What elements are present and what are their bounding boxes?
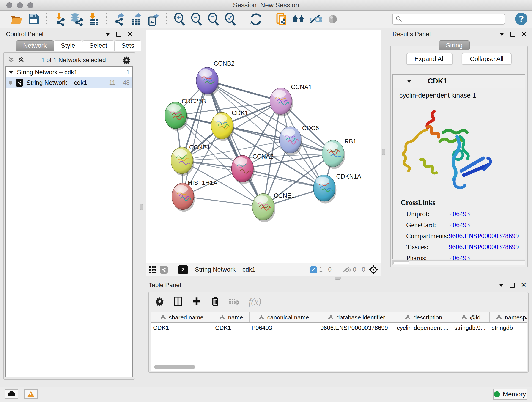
memory-button[interactable]: Memory <box>493 389 527 400</box>
delete-column-icon[interactable] <box>210 296 220 306</box>
network-node-CCNB1[interactable]: CCNB1 <box>171 144 210 176</box>
network-node-CCNE1[interactable]: CCNE1 <box>252 192 295 222</box>
export-network-icon[interactable] <box>112 13 127 26</box>
network-node-CDK1[interactable]: CDK1 <box>211 109 248 141</box>
selected-counts: ✓ 1 - 0 <box>310 266 331 273</box>
gear-icon[interactable] <box>122 56 131 64</box>
tab-network[interactable]: Network <box>16 40 54 51</box>
search-icon <box>395 16 402 22</box>
results-scrollbar[interactable] <box>393 260 525 265</box>
network-collection-row[interactable]: String Network – cdk1 1 <box>6 67 133 77</box>
protein-structure-image <box>400 102 496 194</box>
warnings-button[interactable] <box>24 389 38 399</box>
tab-select[interactable]: Select <box>82 40 114 51</box>
collapse-panel-icon[interactable] <box>499 32 504 36</box>
refresh-layout-icon[interactable] <box>249 13 263 26</box>
left-splitter-grip[interactable] <box>140 204 143 210</box>
node-table[interactable]: shared namenamecanonical namedatabase id… <box>151 312 527 371</box>
network-node-RB1[interactable]: RB1 <box>322 138 356 169</box>
right-splitter-grip[interactable] <box>382 149 385 155</box>
collapse-panel-icon[interactable] <box>499 283 504 287</box>
export-image-icon[interactable] <box>146 13 160 26</box>
crosslink-link[interactable]: P06493 <box>449 210 470 218</box>
tab-style[interactable]: Style <box>54 40 82 51</box>
fit-content-crosshair-icon[interactable] <box>368 265 379 275</box>
network-node-HIST1H1A[interactable]: HIST1H1A <box>172 179 217 212</box>
network-node-CCNB2[interactable]: CCNB2 <box>196 60 234 96</box>
close-panel-icon[interactable]: ✕ <box>127 31 133 38</box>
table-cell[interactable]: CDK1 <box>213 323 249 333</box>
section-collapse-icon[interactable] <box>407 80 412 83</box>
string-protein-query-icon[interactable] <box>275 13 289 26</box>
collapse-panel-icon[interactable] <box>105 32 110 36</box>
table-row[interactable]: CDK1CDK1P064939606.ENSP00000378699cyclin… <box>151 323 526 333</box>
network-node-CDKN1A[interactable]: CDKN1A <box>313 173 361 204</box>
open-session-icon[interactable] <box>10 13 24 26</box>
network-view-icon[interactable] <box>160 266 168 274</box>
close-panel-icon[interactable]: ✕ <box>521 31 527 38</box>
zoom-fit-icon[interactable] <box>206 13 220 26</box>
table-cell[interactable]: P06493 <box>249 323 318 333</box>
control-panel: Control Panel ✕ NetworkStyleSelectSets 1… <box>3 29 136 380</box>
tab-string[interactable]: String <box>439 40 470 51</box>
float-panel-icon[interactable] <box>510 32 515 37</box>
help-button[interactable]: ? <box>515 13 527 25</box>
table-hscrollbar[interactable] <box>154 365 195 369</box>
column-header-namespace[interactable]: namespace <box>489 313 527 322</box>
cloud-status-button[interactable] <box>5 389 18 399</box>
grid-view-icon[interactable] <box>148 266 157 274</box>
column-header-description[interactable]: description <box>394 313 452 322</box>
zoom-window-button[interactable] <box>27 2 33 8</box>
export-table-icon[interactable] <box>129 13 143 26</box>
float-panel-icon[interactable] <box>510 283 515 288</box>
crosslink-link[interactable]: 9606.ENSP00000378699 <box>449 232 519 240</box>
tree-expand-icon[interactable] <box>9 70 14 74</box>
zoom-in-icon[interactable] <box>172 13 186 26</box>
network-row[interactable]: String Network – cdk1 11 48 <box>6 77 133 88</box>
expand-all-tree-icon[interactable] <box>8 56 15 64</box>
column-header-name[interactable]: name <box>213 313 249 322</box>
search-input[interactable] <box>404 16 500 23</box>
string-glasses-icon[interactable] <box>309 13 323 26</box>
string-eye-icon[interactable] <box>326 13 340 26</box>
minimize-window-button[interactable] <box>17 2 23 8</box>
expand-all-button[interactable]: Expand All <box>406 53 453 65</box>
collapse-all-button[interactable]: Collapse All <box>462 53 512 65</box>
add-column-icon[interactable] <box>192 297 201 306</box>
table-cell[interactable]: 9606.ENSP00000378699 <box>318 323 394 333</box>
selected-checkbox-icon[interactable]: ✓ <box>310 266 317 273</box>
import-network-icon[interactable] <box>52 13 67 26</box>
crosslink-link[interactable]: P06493 <box>449 221 470 229</box>
table-cell[interactable]: CDK1 <box>151 323 213 333</box>
zoom-out-icon[interactable] <box>189 13 203 26</box>
birdseye-view-icon[interactable] <box>178 265 188 274</box>
column-header-database-identifier[interactable]: database identifier <box>318 313 394 322</box>
string-homes-icon[interactable] <box>292 13 306 26</box>
close-window-button[interactable] <box>6 2 12 8</box>
crosslink-row: GeneCard:P06493 <box>401 221 519 229</box>
import-table-icon[interactable] <box>86 13 101 26</box>
table-cell[interactable]: stringdb <box>489 323 527 333</box>
node-label-CCNA1: CCNA1 <box>291 84 312 90</box>
show-columns-icon[interactable] <box>173 296 183 306</box>
network-graph[interactable]: CCNB2CCNA1CDC25BCDK1CDC6RB1CCNB1CCNA2CDK… <box>146 30 381 263</box>
column-header-@id[interactable]: @id <box>452 313 489 322</box>
bottom-splitter-grip[interactable] <box>335 277 341 280</box>
import-network-database-icon[interactable] <box>70 13 84 26</box>
crosslink-label: GeneCard: <box>401 221 449 229</box>
crosslink-link[interactable]: 9606.ENSP00000378699 <box>449 243 519 251</box>
zoom-selected-icon[interactable] <box>223 13 237 26</box>
table-cell[interactable]: stringdb:9... <box>452 323 489 333</box>
column-header-canonical-name[interactable]: canonical name <box>249 313 318 322</box>
column-header-shared-name[interactable]: shared name <box>151 313 213 322</box>
network-node-CDC6[interactable]: CDC6 <box>279 125 319 155</box>
collapse-all-tree-icon[interactable] <box>18 56 25 64</box>
table-cell[interactable]: cyclin-dependent ... <box>394 323 452 333</box>
tab-sets[interactable]: Sets <box>114 40 141 51</box>
float-panel-icon[interactable] <box>116 32 121 37</box>
network-canvas[interactable]: CCNB2CCNA1CDC25BCDK1CDC6RB1CCNB1CCNA2CDK… <box>146 30 381 263</box>
network-node-CCNA2[interactable]: CCNA2 <box>231 153 273 184</box>
table-settings-gear-icon[interactable] <box>155 297 164 306</box>
close-panel-icon[interactable]: ✕ <box>521 282 526 288</box>
save-session-icon[interactable] <box>27 13 41 26</box>
